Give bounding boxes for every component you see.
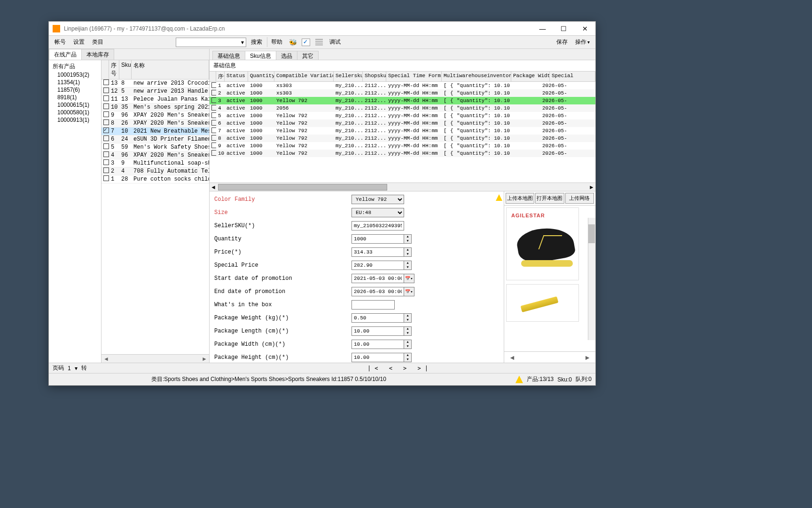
right-tab[interactable]: 其它 — [297, 51, 319, 60]
col-quantity[interactable]: Quantity — [248, 71, 274, 81]
close-button[interactable]: ✕ — [574, 22, 595, 36]
row-checkbox[interactable] — [103, 151, 109, 157]
sku-checkbox[interactable] — [211, 150, 216, 156]
input-quantity[interactable] — [351, 234, 404, 244]
col-sku[interactable]: Sku — [119, 60, 132, 79]
maximize-button[interactable]: ☐ — [553, 22, 574, 36]
menu-debug[interactable]: 调试 — [327, 37, 344, 47]
tree-node[interactable]: 10000913(1) — [50, 116, 100, 124]
sku-checkbox[interactable] — [211, 120, 216, 126]
product-row[interactable]: 7102021 New Breathable Mesh — [102, 127, 209, 135]
col-compatible[interactable]: Compatible Variation — [274, 71, 334, 81]
tab-online-products[interactable]: 在线产品 — [49, 49, 82, 60]
spinner-pkg-width[interactable]: ▲▼ — [404, 340, 412, 349]
calendar-start-icon[interactable]: 📅▾ — [404, 274, 414, 283]
image-prev-button[interactable]: ◄ — [509, 354, 515, 361]
sku-row[interactable]: 2active1000xs303my_210...2112...yyyy-MM-… — [210, 89, 595, 97]
col-sellersku[interactable]: Sellersku — [334, 71, 363, 81]
row-checkbox[interactable] — [103, 103, 109, 109]
sku-checkbox[interactable] — [211, 127, 216, 133]
menu-account[interactable]: 帐号 — [52, 37, 69, 47]
sku-checkbox[interactable] — [211, 82, 216, 88]
tree-node[interactable]: 8918(1) — [50, 94, 100, 101]
product-row[interactable]: 826XPAY 2020 Men's Sneakers — [102, 119, 209, 127]
right-tab[interactable]: 选品 — [276, 51, 297, 60]
sku-row[interactable]: 7active1000Yellow 792my_210...2112...yyy… — [210, 127, 595, 135]
image-vscroll[interactable] — [588, 218, 595, 340]
row-checkbox[interactable] — [103, 79, 109, 85]
product-row[interactable]: 24708 Fully Automatic Tele — [102, 167, 209, 175]
product-row[interactable]: 128Pure cotton socks child: — [102, 175, 209, 183]
tree-node[interactable]: 10001953(2) — [50, 71, 100, 79]
input-pkg-width[interactable] — [351, 340, 404, 349]
col-name[interactable]: 名称 — [132, 60, 209, 79]
sku-row[interactable]: 5active1000Yellow 792my_210...2112...yyy… — [210, 112, 595, 119]
row-checkbox[interactable] — [103, 175, 109, 181]
select-size[interactable]: EU:48 — [351, 208, 404, 217]
spinner-pkg-weight[interactable]: ▲▼ — [404, 313, 412, 323]
product-row[interactable]: 996XPAY 2020 Men's Sneakers — [102, 111, 209, 119]
image-next-button[interactable]: ► — [584, 354, 591, 361]
tree-node[interactable]: 10000615(1) — [50, 101, 100, 109]
row-checkbox[interactable] — [103, 135, 109, 141]
col-status[interactable]: Status — [225, 71, 248, 81]
tree-node[interactable]: 11354(1) — [50, 79, 100, 86]
row-checkbox[interactable] — [103, 111, 109, 117]
sku-checkbox[interactable] — [211, 135, 216, 141]
tree-node[interactable]: 11857(6) — [50, 86, 100, 94]
sku-row[interactable]: 9active1000Yellow 792my_210...2112...yyy… — [210, 142, 595, 150]
right-tab[interactable]: Sku信息 — [245, 51, 276, 60]
product-row[interactable]: 1113Pelece Jualan Panas Kain — [102, 95, 209, 103]
col-index[interactable]: 序号 — [109, 60, 119, 79]
col-timeformat[interactable]: Special Time Format — [386, 71, 442, 81]
spinner-price[interactable]: ▲▼ — [404, 247, 412, 257]
row-checkbox[interactable] — [103, 127, 109, 133]
list-tool-icon[interactable] — [313, 37, 325, 48]
input-pkg-length[interactable] — [351, 326, 404, 336]
product-image-2[interactable] — [506, 284, 579, 322]
sku-row[interactable]: 3active1000Yellow 792my_210...2112...yyy… — [210, 97, 595, 104]
calendar-end-icon[interactable]: 📅▾ — [404, 287, 414, 296]
select-color-family[interactable]: Yellow 792 — [351, 195, 404, 204]
sku-row[interactable]: 1active1000xs303my_210...2112...yyyy-MM-… — [210, 82, 595, 89]
sku-row[interactable]: 8active1000Yellow 792my_210...2112...yyy… — [210, 135, 595, 142]
sku-row[interactable]: 4active10002056my_210...2112...yyyy-MM-d… — [210, 104, 595, 112]
sku-checkbox[interactable] — [211, 143, 216, 148]
sku-row[interactable]: 10active1000Yellow 792my_210...2112...yy… — [210, 150, 595, 157]
input-sellersku[interactable] — [351, 221, 404, 230]
sku-checkbox[interactable] — [211, 90, 216, 95]
product-row[interactable]: 138new arrive 2013 Crocodil — [102, 79, 209, 87]
row-checkbox[interactable] — [103, 167, 109, 173]
product-row[interactable]: 125new arrive 2013 Handle H — [102, 87, 209, 95]
checkbox-tool-icon[interactable] — [300, 37, 312, 48]
row-checkbox[interactable] — [103, 119, 109, 125]
menu-search[interactable]: 搜索 — [248, 37, 265, 47]
spinner-pkg-length[interactable]: ▲▼ — [404, 326, 412, 336]
sku-row[interactable]: 6active1000Yellow 792my_210...2112...yyy… — [210, 119, 595, 127]
pager-nav-buttons[interactable]: |< < > >| — [367, 365, 432, 372]
input-pkg-height[interactable] — [351, 353, 404, 362]
col-multiwarehouse[interactable]: Multiwarehouseinventories — [442, 71, 511, 81]
bee-icon[interactable]: 🐝 — [287, 37, 298, 48]
tree-node[interactable]: 10000580(1) — [50, 109, 100, 116]
menu-operations[interactable]: 操作 — [572, 37, 593, 47]
right-tab[interactable]: 基础信息 — [212, 51, 245, 60]
sku-checkbox[interactable] — [211, 112, 216, 118]
sku-checkbox[interactable] — [211, 97, 216, 103]
col-seq[interactable]: 序号 — [216, 71, 225, 81]
product-list-hscroll[interactable]: ◄► — [102, 354, 209, 363]
menu-category[interactable]: 类目 — [89, 37, 106, 47]
col-shopsku[interactable]: Shopsku — [363, 71, 386, 81]
spinner-special-price[interactable]: ▲▼ — [404, 261, 412, 270]
input-whats-in-box[interactable] — [351, 300, 395, 310]
menu-save[interactable]: 保存 — [554, 37, 570, 47]
row-checkbox[interactable] — [103, 87, 109, 93]
spinner-pkg-height[interactable]: ▲▼ — [404, 353, 412, 362]
tree-node[interactable]: 所有产品 — [50, 62, 100, 71]
upload-local-button[interactable]: 上传本地图 — [506, 193, 534, 204]
product-image-1[interactable]: AGILESTAR — [506, 207, 579, 280]
col-special[interactable]: Special — [550, 71, 595, 81]
product-row[interactable]: 39Multifunctional soap-sho — [102, 159, 209, 167]
sku-checkbox[interactable] — [211, 105, 216, 111]
input-end-date[interactable] — [351, 287, 404, 296]
